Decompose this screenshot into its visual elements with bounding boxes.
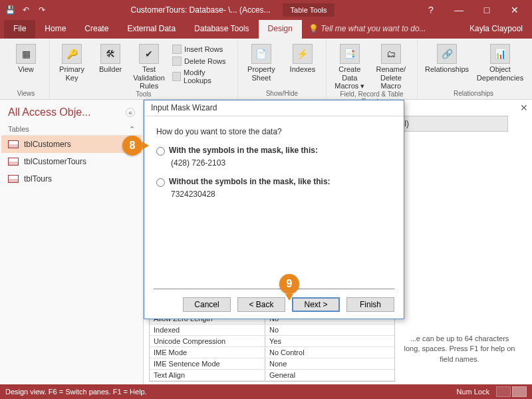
callout-8: 8 [122,136,142,156]
key-icon: 🔑 [62,44,82,64]
field-properties-grid: Allow Zero LengthNo IndexedNo Unicode Co… [149,313,395,382]
indexes-icon: ⚡ [293,44,313,64]
nav-item-tblcustomers[interactable]: tblCustomers [1,136,142,153]
collapse-icon: ⌃ [129,125,135,134]
rename-delete-macro-button[interactable]: 🗂 Rename/ Delete Macro [373,41,409,90]
save-icon[interactable]: 💾 [4,4,16,16]
radio-input[interactable] [156,147,165,156]
sample-with-symbols: (428) 726-2103 [171,158,392,168]
property-sheet-icon: 📄 [251,44,271,64]
object-dependencies-button[interactable]: 📊 Object Dependencies [476,41,524,82]
nav-title[interactable]: All Access Obje... « [1,102,142,122]
maximize-button[interactable]: □ [473,1,500,19]
group-relationships: 🔗 Relationships 📊 Object Dependencies Re… [418,40,529,99]
dialog-title: Input Mask Wizard [144,100,404,116]
group-tools: 🔑 Primary Key 🛠 Builder ✔ Test Validatio… [50,40,238,99]
modify-lookups-button[interactable]: Modify Lookups [171,68,232,85]
table-icon [8,158,19,166]
cancel-button[interactable]: Cancel [183,297,231,312]
view-switcher [496,386,527,397]
prop-row[interactable]: Unicode CompressionYes [150,336,394,347]
titlebar: 💾 ↶ ↷ CustomerTours: Database- \... (Acc… [0,0,532,20]
tell-me-input[interactable]: Tell me what you want to do... [302,20,460,39]
create-data-macros-button[interactable]: 📑 Create Data Macros ▾ [332,41,368,90]
table-icon [8,175,19,183]
doc-title: CustomerTours: Database- \... (Acces... [131,5,271,15]
builder-button[interactable]: 🛠 Builder [94,41,127,74]
primary-key-button[interactable]: 🔑 Primary Key [55,41,88,82]
indexes-button[interactable]: ⚡ Indexes [285,41,321,74]
window-title: CustomerTours: Database- \... (Acces... … [48,3,418,17]
nav-item-tblcustomertours[interactable]: tblCustomerTours [1,153,142,170]
ribbon: ▦ View Views 🔑 Primary Key 🛠 Builder ✔ T… [0,39,532,100]
status-left: Design view. F6 = Switch panes. F1 = Hel… [5,388,147,396]
test-validation-button[interactable]: ✔ Test Validation Rules [132,41,166,90]
tab-external-data[interactable]: External Data [118,20,185,39]
prop-row[interactable]: Text AlignGeneral [150,370,394,381]
ribbon-tabs: File Home Create External Data Database … [0,20,532,39]
datasheet-view-button[interactable] [496,386,511,397]
view-icon: ▦ [16,44,36,64]
help-button[interactable]: ? [418,1,444,19]
dependencies-icon: 📊 [490,44,510,64]
sample-without-symbols: 7324230428 [171,190,392,199]
nav-section-tables[interactable]: Tables⌃ [1,122,142,136]
field-help-text: ...e can be up to 64 characters long, sp… [403,334,516,364]
tab-database-tools[interactable]: Database Tools [185,20,259,39]
tab-home[interactable]: Home [35,20,75,39]
input-mask-wizard-dialog: Input Mask Wizard How do you want to sto… [144,100,404,319]
callout-9: 9 [279,274,299,294]
undo-icon[interactable]: ↶ [20,4,32,16]
table-icon [8,140,19,148]
context-tab-label: Table Tools [283,3,335,17]
window-controls: ? — □ ✕ [418,1,528,19]
radio-input[interactable] [156,178,165,187]
user-label[interactable]: Kayla Claypool [460,20,532,39]
insert-rows-button[interactable]: Insert Rows [171,44,232,55]
dialog-question: How do you want to store the data? [156,127,392,136]
radio-with-symbols[interactable]: With the symbols in the mask, like this: [156,146,392,156]
delete-rows-icon [172,57,182,66]
prop-row[interactable]: IndexedNo [150,325,394,336]
group-events: 📑 Create Data Macros ▾ 🗂 Rename/ Delete … [327,40,418,99]
minimize-button[interactable]: — [446,1,472,19]
nav-item-tbltours[interactable]: tblTours [1,170,142,188]
redo-icon[interactable]: ↷ [36,4,48,16]
builder-icon: 🛠 [100,44,120,64]
insert-rows-icon [172,45,182,54]
property-sheet-button[interactable]: 📄 Property Sheet [243,41,279,82]
close-button[interactable]: ✕ [501,1,528,19]
next-button[interactable]: Next > [292,297,340,312]
tab-create[interactable]: Create [75,20,118,39]
close-document-button[interactable]: ✕ [520,102,528,113]
radio-without-symbols[interactable]: Without the symbols in the mask, like th… [156,177,392,187]
tab-design[interactable]: Design [259,20,302,39]
tab-file[interactable]: File [4,20,35,39]
relationships-icon: 🔗 [437,44,457,64]
dialog-body: How do you want to store the data? With … [144,116,404,215]
validation-icon: ✔ [139,44,159,64]
quick-access-toolbar: 💾 ↶ ↷ [4,4,48,16]
group-show-hide: 📄 Property Sheet ⚡ Indexes Show/Hide [238,40,327,99]
relationships-button[interactable]: 🔗 Relationships [423,41,471,74]
delete-rows-button[interactable]: Delete Rows [171,56,232,66]
rename-macro-icon: 🗂 [381,44,401,64]
prop-row[interactable]: IME Sentence ModeNone [150,358,394,370]
chevron-left-icon[interactable]: « [126,108,135,117]
design-view-button[interactable] [512,386,527,397]
group-views: ▦ View Views [3,40,50,99]
finish-button[interactable]: Finish [346,297,394,312]
back-button[interactable]: < Back [237,297,285,312]
view-button[interactable]: ▦ View [8,41,44,74]
dialog-separator [154,289,394,289]
prop-row[interactable]: IME ModeNo Control [150,347,394,358]
lookup-icon [172,72,181,81]
numlock-indicator: Num Lock [456,388,489,396]
data-macros-icon: 📑 [340,44,360,64]
status-bar: Design view. F6 = Switch panes. F1 = Hel… [0,384,532,399]
